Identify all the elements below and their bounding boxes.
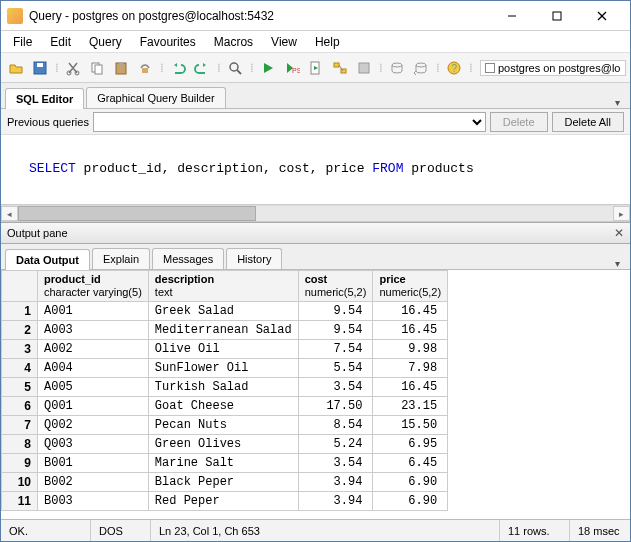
row-number[interactable]: 8 xyxy=(2,435,38,454)
cell[interactable]: B003 xyxy=(38,492,149,511)
cell[interactable]: Q002 xyxy=(38,416,149,435)
row-number[interactable]: 11 xyxy=(2,492,38,511)
help-icon[interactable]: ? xyxy=(443,57,465,79)
cell[interactable]: 5.24 xyxy=(298,435,373,454)
cell[interactable]: 16.45 xyxy=(373,302,448,321)
tab-graphical-query-builder[interactable]: Graphical Query Builder xyxy=(86,87,225,108)
cell[interactable]: 23.15 xyxy=(373,397,448,416)
minimize-button[interactable] xyxy=(489,2,534,30)
cell[interactable]: 8.54 xyxy=(298,416,373,435)
open-icon[interactable] xyxy=(5,57,27,79)
menu-file[interactable]: File xyxy=(5,33,40,51)
scroll-right-icon[interactable]: ▸ xyxy=(613,206,630,221)
table-row[interactable]: 9B001Marine Salt3.546.45 xyxy=(2,454,448,473)
redo-icon[interactable] xyxy=(191,57,213,79)
cell[interactable]: Red Peper xyxy=(148,492,298,511)
cell[interactable]: B002 xyxy=(38,473,149,492)
row-number[interactable]: 2 xyxy=(2,321,38,340)
cut-icon[interactable] xyxy=(62,57,84,79)
cell[interactable]: 6.95 xyxy=(373,435,448,454)
cell[interactable]: Goat Cheese xyxy=(148,397,298,416)
output-pane-close-icon[interactable]: ✕ xyxy=(614,226,624,240)
row-number[interactable]: 6 xyxy=(2,397,38,416)
cell[interactable]: 5.54 xyxy=(298,359,373,378)
menu-macros[interactable]: Macros xyxy=(206,33,261,51)
cell[interactable]: A004 xyxy=(38,359,149,378)
cell[interactable]: 6.90 xyxy=(373,473,448,492)
cell[interactable]: Greek Salad xyxy=(148,302,298,321)
cell[interactable]: Marine Salt xyxy=(148,454,298,473)
delete-button[interactable]: Delete xyxy=(490,112,548,132)
undo-icon[interactable] xyxy=(167,57,189,79)
cell[interactable]: Q003 xyxy=(38,435,149,454)
cell[interactable]: A002 xyxy=(38,340,149,359)
table-row[interactable]: 7Q002Pecan Nuts8.5415.50 xyxy=(2,416,448,435)
cell[interactable]: 3.54 xyxy=(298,378,373,397)
row-number[interactable]: 5 xyxy=(2,378,38,397)
cell[interactable]: Black Peper xyxy=(148,473,298,492)
copy-icon[interactable] xyxy=(86,57,108,79)
column-header[interactable]: pricenumeric(5,2) xyxy=(373,271,448,302)
cell[interactable]: 3.94 xyxy=(298,492,373,511)
row-number[interactable]: 10 xyxy=(2,473,38,492)
cell[interactable]: 17.50 xyxy=(298,397,373,416)
table-row[interactable]: 8Q003Green Olives5.246.95 xyxy=(2,435,448,454)
cell[interactable]: Mediterranean Salad xyxy=(148,321,298,340)
column-header[interactable]: product_idcharacter varying(5) xyxy=(38,271,149,302)
output-tabs-dropdown-icon[interactable]: ▾ xyxy=(608,258,626,269)
menu-view[interactable]: View xyxy=(263,33,305,51)
cell[interactable]: Green Olives xyxy=(148,435,298,454)
cell[interactable]: 6.90 xyxy=(373,492,448,511)
database-selector[interactable]: postgres on postgres@lo xyxy=(480,60,626,76)
row-number[interactable]: 1 xyxy=(2,302,38,321)
cancel-icon[interactable] xyxy=(353,57,375,79)
delete-all-button[interactable]: Delete All xyxy=(552,112,624,132)
table-row[interactable]: 6Q001Goat Cheese17.5023.15 xyxy=(2,397,448,416)
column-header[interactable]: descriptiontext xyxy=(148,271,298,302)
tab-history[interactable]: History xyxy=(226,248,282,269)
cell[interactable]: 6.45 xyxy=(373,454,448,473)
tab-data-output[interactable]: Data Output xyxy=(5,249,90,270)
rollback-icon[interactable] xyxy=(410,57,432,79)
column-header[interactable]: costnumeric(5,2) xyxy=(298,271,373,302)
find-icon[interactable] xyxy=(224,57,246,79)
editor-hscrollbar[interactable]: ◂ ▸ xyxy=(1,205,630,222)
paste-icon[interactable] xyxy=(110,57,132,79)
cell[interactable]: SunFlower Oil xyxy=(148,359,298,378)
cell[interactable]: Pecan Nuts xyxy=(148,416,298,435)
cell[interactable]: A005 xyxy=(38,378,149,397)
menu-favourites[interactable]: Favourites xyxy=(132,33,204,51)
tab-messages[interactable]: Messages xyxy=(152,248,224,269)
menu-edit[interactable]: Edit xyxy=(42,33,79,51)
table-row[interactable]: 10B002Black Peper3.946.90 xyxy=(2,473,448,492)
cell[interactable]: B001 xyxy=(38,454,149,473)
result-grid-wrapper[interactable]: product_idcharacter varying(5)descriptio… xyxy=(1,270,630,519)
tabs-dropdown-icon[interactable]: ▾ xyxy=(608,97,626,108)
row-number[interactable]: 7 xyxy=(2,416,38,435)
grid-corner[interactable] xyxy=(2,271,38,302)
cell[interactable]: 3.54 xyxy=(298,454,373,473)
cell[interactable]: 9.54 xyxy=(298,321,373,340)
table-row[interactable]: 4A004SunFlower Oil5.547.98 xyxy=(2,359,448,378)
execute-icon[interactable] xyxy=(257,57,279,79)
cell[interactable]: 9.54 xyxy=(298,302,373,321)
cell[interactable]: Turkish Salad xyxy=(148,378,298,397)
cell[interactable]: 7.98 xyxy=(373,359,448,378)
cell[interactable]: 16.45 xyxy=(373,378,448,397)
cell[interactable]: 9.98 xyxy=(373,340,448,359)
table-row[interactable]: 5A005Turkish Salad3.5416.45 xyxy=(2,378,448,397)
table-row[interactable]: 1A001Greek Salad9.5416.45 xyxy=(2,302,448,321)
save-icon[interactable] xyxy=(29,57,51,79)
commit-icon[interactable] xyxy=(386,57,408,79)
close-button[interactable] xyxy=(579,2,624,30)
execute-file-icon[interactable] xyxy=(305,57,327,79)
row-number[interactable]: 3 xyxy=(2,340,38,359)
cell[interactable]: A003 xyxy=(38,321,149,340)
row-number[interactable]: 4 xyxy=(2,359,38,378)
cell[interactable]: 3.94 xyxy=(298,473,373,492)
row-number[interactable]: 9 xyxy=(2,454,38,473)
scroll-left-icon[interactable]: ◂ xyxy=(1,206,18,221)
scroll-thumb[interactable] xyxy=(18,206,256,221)
sql-editor[interactable]: SELECT product_id, description, cost, pr… xyxy=(1,135,630,205)
table-row[interactable]: 11B003Red Peper3.946.90 xyxy=(2,492,448,511)
